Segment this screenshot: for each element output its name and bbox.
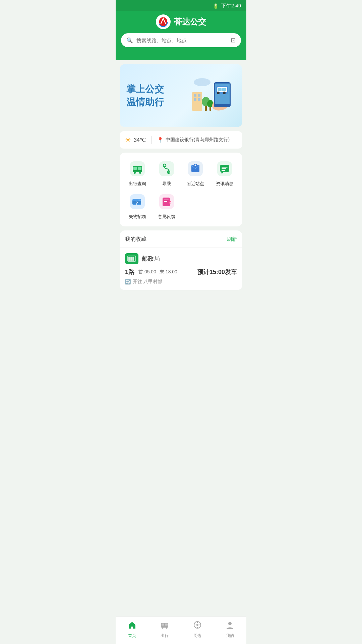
status-time: 下午2:49 [221, 3, 241, 9]
feedback-label: 意见反馈 [158, 214, 175, 220]
refresh-button[interactable]: 刷新 [227, 236, 237, 243]
lost-icon-wrap: ? [128, 192, 147, 211]
first-time: 首:05:00 [138, 269, 156, 275]
svg-rect-50 [164, 201, 167, 202]
menu-item-guide[interactable]: 导乘 [152, 159, 181, 187]
last-time: 末:18:00 [160, 269, 177, 275]
guide-label: 导乘 [162, 181, 171, 187]
lost-label: 失物招领 [129, 214, 146, 220]
nearby-label: 附近站点 [187, 181, 204, 187]
favorites-header: 我的收藏 刷新 [120, 230, 242, 248]
svg-rect-26 [133, 170, 142, 171]
weather-section: ☀ 34℃ [125, 136, 151, 144]
route-row: 1路 首:05:00 末:18:00 预计15:00发车 [125, 268, 237, 276]
sun-icon: ☀ [125, 136, 131, 144]
stop-header: 邮政局 [125, 253, 237, 264]
svg-point-1 [194, 78, 210, 86]
favorites-item: 邮政局 1路 首:05:00 末:18:00 预计15:00发车 🔄 开往 八甲… [120, 248, 242, 290]
banner-line1: 掌上公交 [126, 83, 175, 96]
svg-rect-5 [194, 98, 196, 101]
svg-rect-18 [218, 88, 222, 91]
nearby-icon-wrap [186, 159, 205, 178]
menu-item-lost[interactable]: ? 失物招领 [123, 192, 152, 220]
location-icon: 📍 [157, 137, 164, 143]
menu-row1: 出行查询 导乘 [123, 159, 239, 187]
location-section: 📍 中国建设银行(青岛郑州路支行) [157, 137, 230, 143]
svg-point-16 [217, 92, 220, 94]
svg-rect-23 [138, 167, 141, 170]
search-icon: 🔍 [126, 37, 133, 44]
favorites-section: 我的收藏 刷新 邮政局 1路 首:05:00 末:18:00 [120, 230, 242, 290]
route-direction: 🔄 开往 八甲村部 [125, 279, 237, 285]
svg-point-25 [139, 172, 141, 174]
svg-rect-3 [194, 94, 196, 97]
search-bar[interactable]: 🔍 ⊡ [121, 33, 241, 47]
svg-rect-39 [222, 168, 226, 169]
guide-icon-wrap [157, 159, 176, 178]
svg-rect-56 [132, 257, 134, 261]
menu-row2: ? 失物招领 [123, 192, 239, 220]
logo-icon [156, 14, 171, 29]
favorites-title: 我的收藏 [125, 236, 146, 243]
svg-rect-2 [192, 92, 202, 111]
divider [151, 136, 152, 144]
svg-text:?: ? [136, 201, 138, 206]
svg-rect-55 [130, 257, 132, 261]
svg-point-24 [134, 172, 136, 174]
menu-item-feedback[interactable]: 意见反馈 [152, 192, 181, 220]
svg-point-30 [168, 171, 169, 173]
menu-item-news[interactable]: 资讯消息 [210, 159, 239, 187]
route-number: 1路 [125, 268, 134, 276]
app-header: 蓇达公交 🔍 ⊡ [116, 11, 246, 53]
feedback-icon-wrap [157, 192, 176, 211]
battery-icon: 🔋 [213, 3, 219, 9]
svg-point-17 [223, 92, 226, 94]
svg-rect-49 [164, 200, 169, 200]
menu-item-trip[interactable]: 出行查询 [123, 159, 152, 187]
menu-item-nearby[interactable]: 附近站点 [181, 159, 210, 187]
app-title: 蓇达公交 [174, 16, 206, 27]
svg-rect-19 [222, 88, 226, 91]
promo-banner: 掌上公交 温情助行 [120, 64, 242, 127]
stop-icon [125, 253, 138, 264]
svg-point-34 [195, 165, 196, 166]
svg-rect-4 [198, 94, 200, 97]
svg-rect-46 [138, 200, 141, 201]
news-icon-wrap [215, 159, 234, 178]
banner-illustration [175, 72, 236, 119]
departure-time: 预计15:00发车 [197, 268, 237, 276]
svg-rect-54 [128, 257, 130, 261]
news-label: 资讯消息 [216, 181, 233, 187]
svg-rect-40 [222, 170, 225, 171]
banner-text: 掌上公交 温情助行 [126, 83, 175, 109]
svg-rect-22 [133, 167, 137, 170]
search-input[interactable] [136, 38, 227, 43]
banner-line2: 温情助行 [126, 96, 175, 109]
temperature: 34℃ [134, 137, 146, 143]
stop-name: 邮政局 [142, 255, 160, 263]
svg-rect-38 [222, 167, 228, 168]
svg-rect-6 [198, 98, 200, 101]
menu-grid-container: 出行查询 导乘 [120, 153, 242, 226]
direction-text: 开往 八甲村部 [133, 279, 162, 285]
trip-icon-wrap [128, 159, 147, 178]
location-text: 中国建设银行(青岛郑州路支行) [166, 137, 230, 143]
scan-icon[interactable]: ⊡ [231, 37, 236, 44]
status-bar: 🔋 下午2:49 [116, 0, 246, 11]
logo-section: 蓇达公交 [156, 14, 206, 29]
weather-bar: ☀ 34℃ 📍 中国建设银行(青岛郑州路支行) [120, 131, 242, 149]
trip-label: 出行查询 [129, 181, 146, 187]
direction-icon: 🔄 [125, 279, 131, 284]
